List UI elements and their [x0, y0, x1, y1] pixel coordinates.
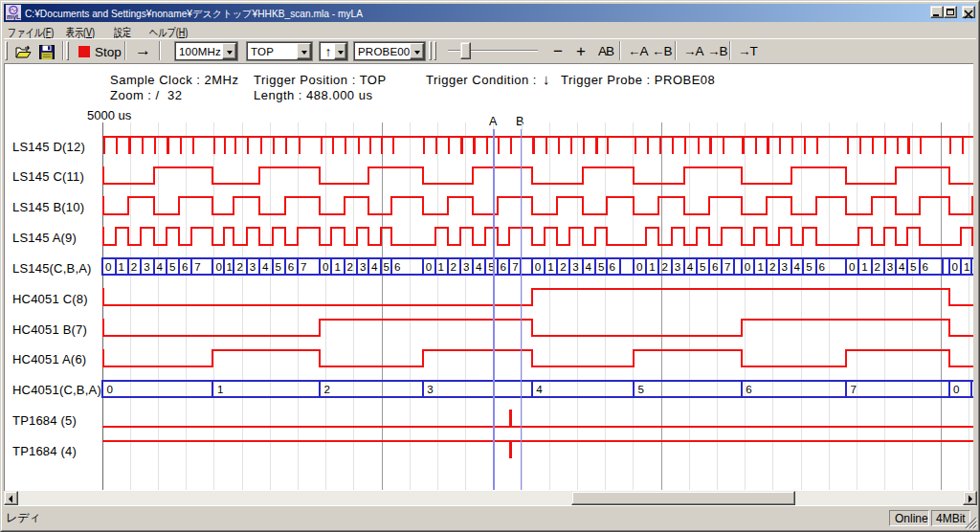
svg-text:2: 2 [661, 260, 667, 273]
svg-text:5: 5 [598, 260, 604, 273]
svg-text:0: 0 [426, 260, 432, 273]
svg-text:4: 4 [476, 260, 482, 273]
svg-text:2: 2 [236, 260, 242, 273]
svg-text:6: 6 [288, 260, 294, 273]
svg-text:5: 5 [806, 260, 812, 273]
svg-text:6: 6 [746, 383, 751, 395]
svg-text:0: 0 [745, 260, 750, 273]
svg-text:0: 0 [953, 383, 959, 395]
svg-text:4: 4 [371, 260, 378, 273]
svg-text:3: 3 [887, 260, 893, 273]
svg-text:4: 4 [586, 260, 592, 273]
svg-text:6: 6 [819, 260, 825, 273]
svg-text:7: 7 [724, 260, 730, 273]
svg-text:0: 0 [636, 260, 642, 273]
svg-text:1: 1 [217, 383, 223, 395]
svg-text:1: 1 [334, 260, 340, 273]
svg-text:1: 1 [119, 260, 124, 273]
svg-text:4: 4 [262, 260, 269, 273]
svg-text:2: 2 [769, 260, 775, 273]
svg-text:5: 5 [384, 260, 390, 273]
svg-text:myLA: myLA [7, 13, 21, 21]
svg-text:5: 5 [638, 383, 644, 395]
svg-text:2: 2 [131, 260, 137, 273]
svg-text:1: 1 [227, 260, 233, 273]
svg-text:7: 7 [194, 260, 200, 273]
svg-text:6: 6 [501, 260, 506, 273]
svg-text:0: 0 [215, 260, 221, 273]
svg-text:3: 3 [782, 260, 788, 273]
svg-text:3: 3 [144, 260, 149, 273]
svg-text:2: 2 [560, 260, 566, 273]
svg-text:1: 1 [649, 260, 655, 273]
svg-text:2: 2 [324, 383, 330, 395]
svg-text:1: 1 [861, 260, 867, 273]
svg-text:3: 3 [572, 260, 578, 273]
svg-text:0: 0 [535, 260, 541, 273]
svg-text:4: 4 [687, 260, 694, 273]
svg-text:3: 3 [675, 260, 680, 273]
svg-text:2: 2 [451, 260, 457, 273]
svg-text:6: 6 [610, 260, 615, 273]
svg-text:1: 1 [438, 260, 444, 273]
svg-text:3: 3 [250, 260, 256, 273]
svg-text:3: 3 [463, 260, 469, 273]
svg-text:4: 4 [536, 383, 543, 395]
svg-text:5: 5 [169, 260, 175, 273]
svg-text:0: 0 [849, 260, 855, 273]
svg-text:6: 6 [394, 260, 400, 273]
svg-text:0: 0 [952, 260, 958, 273]
svg-text:1: 1 [547, 260, 553, 273]
svg-text:5: 5 [910, 260, 916, 273]
svg-text:6: 6 [712, 260, 718, 273]
svg-text:1: 1 [964, 260, 969, 273]
svg-text:0: 0 [105, 260, 111, 273]
svg-text:5: 5 [276, 260, 281, 273]
svg-text:3: 3 [360, 260, 366, 273]
svg-text:4: 4 [899, 260, 905, 273]
svg-text:0: 0 [323, 260, 328, 273]
svg-text:3: 3 [427, 383, 433, 395]
svg-text:7: 7 [851, 383, 857, 395]
svg-text:1: 1 [757, 260, 763, 273]
svg-text:7: 7 [301, 260, 306, 273]
svg-text:6: 6 [182, 260, 188, 273]
svg-text:7: 7 [512, 260, 518, 273]
svg-text:4: 4 [794, 260, 801, 273]
svg-text:0: 0 [107, 383, 113, 395]
svg-text:4: 4 [157, 260, 164, 273]
svg-text:5: 5 [700, 260, 705, 273]
svg-text:2: 2 [347, 260, 353, 273]
svg-text:6: 6 [923, 260, 928, 273]
svg-text:2: 2 [875, 260, 880, 273]
